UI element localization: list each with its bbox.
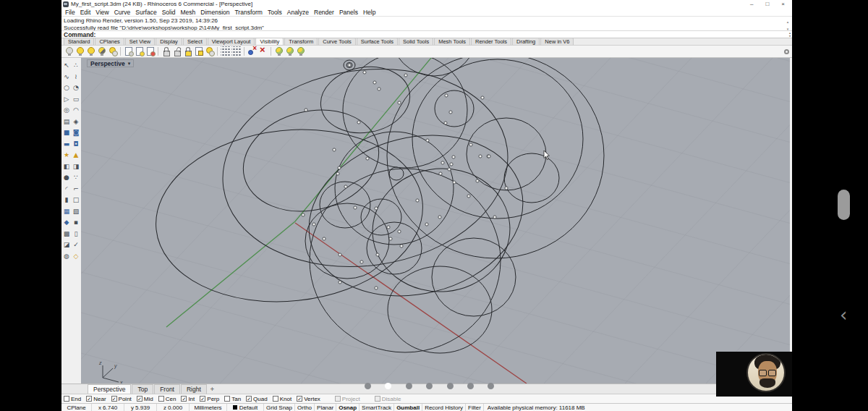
show-rendermesh-all-icon[interactable] [296, 46, 305, 56]
carousel-dot[interactable] [467, 383, 474, 389]
osnap-toggle[interactable]: Tan [224, 396, 241, 402]
checkbox[interactable] [335, 396, 341, 402]
hide-in-detail-icon[interactable] [124, 46, 133, 56]
osnap-toggle[interactable]: ✓ Int [181, 396, 195, 402]
text-icon[interactable]: ▮ [62, 195, 72, 206]
circle-icon[interactable]: ○ [62, 82, 72, 94]
hide-in-detail-red-icon[interactable] [145, 46, 155, 56]
arc-icon[interactable]: ◔ [72, 82, 81, 94]
boolean-icon[interactable]: ◪ [62, 240, 72, 251]
osnap-toggle[interactable]: ✓ Quad [246, 396, 268, 402]
viewport-tab[interactable]: Front [154, 384, 180, 394]
viewport-tab[interactable]: Top [132, 384, 153, 394]
toolbar-tab[interactable]: New in V6 [540, 38, 574, 45]
osnap-toggle[interactable]: Disable [375, 396, 401, 402]
extrude-icon[interactable]: ◧ [62, 161, 72, 173]
menu-item[interactable]: Surface [135, 9, 156, 16]
toolbar-tab[interactable]: Standard [64, 38, 94, 45]
show-objects-icon[interactable] [75, 46, 85, 56]
checkbox[interactable]: ✓ [86, 396, 92, 402]
toolbar-tab[interactable]: Set View [125, 38, 155, 45]
viewport-tab[interactable]: Perspective [88, 384, 131, 394]
shade-icon[interactable]: ◍ [62, 251, 72, 263]
curve-handles-icon[interactable]: ≀ [72, 72, 81, 83]
checkbox[interactable]: ✓ [297, 396, 302, 402]
surface-icon[interactable]: ▤ [62, 116, 72, 128]
toolbar-tab[interactable]: Transform [284, 38, 318, 45]
toolbar-tab[interactable]: Viewport Layout [208, 38, 255, 45]
point-icon[interactable]: ∴ [72, 60, 81, 72]
status-toggle[interactable]: Filter [466, 404, 484, 411]
show-point-cloud-icon[interactable] [231, 46, 241, 56]
osnap-toggle[interactable]: Knot [273, 396, 292, 402]
mesh2-icon[interactable]: ▧ [72, 206, 81, 218]
toolbar-separator[interactable] [120, 47, 121, 56]
lock-objects-icon[interactable] [161, 46, 171, 56]
viewport-menu-caret-icon[interactable]: ▾ [128, 61, 131, 67]
status-toggle[interactable]: Grid Snap [264, 404, 295, 411]
osnap-toggle[interactable]: ✓ Near [86, 396, 106, 402]
osnap-toggle[interactable]: Project [335, 396, 360, 402]
toolbar-separator[interactable] [158, 47, 158, 56]
ellipse-icon[interactable]: ◎ [62, 105, 72, 116]
checkbox[interactable] [158, 396, 164, 402]
explode-icon[interactable]: ★ [62, 150, 72, 161]
viewport-title[interactable]: Perspective ▾ [87, 59, 134, 67]
lock-in-detail-icon[interactable] [194, 46, 203, 56]
menu-item[interactable]: Solid [162, 9, 176, 16]
osnap-toggle[interactable]: ✓ Mid [137, 396, 153, 402]
toolbar-separator[interactable] [244, 47, 244, 56]
menu-item[interactable]: View [95, 9, 109, 16]
polysurface-icon[interactable]: ◆ [62, 217, 72, 229]
checkbox[interactable] [375, 396, 380, 402]
checkbox[interactable]: ✓ [200, 396, 205, 402]
command-spinner-icon[interactable]: ▴▾ [789, 31, 791, 38]
command-input[interactable]: Command: ▴▾ [61, 31, 792, 38]
show-rendermesh-icon[interactable] [274, 46, 284, 56]
toolbar-tab[interactable]: Display [156, 38, 182, 45]
viewport-canvas[interactable]: xyz [81, 58, 790, 384]
scrollbar-thumb[interactable] [838, 190, 850, 220]
solid-icon[interactable]: ◘ [72, 139, 81, 151]
osnap-toggle[interactable]: ✓ Point [111, 396, 132, 402]
checkbox[interactable]: ✓ [111, 396, 117, 402]
freeform-icon[interactable]: ◠ [72, 105, 81, 116]
edge-icon[interactable]: ▪ [72, 217, 81, 229]
osnap-toggle[interactable]: Cen [158, 396, 176, 402]
osnap-toggle[interactable]: ✓ Vertex [297, 396, 320, 402]
toolbar-tab[interactable]: Surface Tools [357, 38, 398, 45]
checkbox[interactable] [273, 396, 278, 402]
layer-button[interactable]: Default [227, 404, 264, 411]
toolbar-tab[interactable]: Render Tools [471, 38, 511, 45]
prev-slide-chevron-icon[interactable]: ‹ [840, 305, 847, 324]
viewport-tab[interactable]: Right [181, 384, 207, 394]
checkbox[interactable]: ✓ [137, 396, 142, 402]
history-scroll-up-icon[interactable]: ▴ [787, 18, 789, 25]
status-toggle[interactable]: Osnap [336, 404, 359, 411]
toolbar-tab[interactable]: CPlanes [95, 38, 124, 45]
restore-button[interactable]: □ [765, 0, 769, 8]
toolbar-tab[interactable]: Mesh Tools [434, 38, 470, 45]
mesh-icon[interactable]: ▦ [62, 206, 72, 218]
box-icon[interactable]: ■ [62, 127, 72, 139]
status-toggle[interactable]: Planar [315, 404, 336, 411]
osnap-toggle[interactable]: End [64, 396, 81, 402]
menu-item[interactable]: Dimension [200, 9, 229, 16]
menu-item[interactable]: Analyze [287, 9, 309, 16]
unlock-objects-icon[interactable] [172, 46, 182, 56]
check-icon[interactable]: ✓ [72, 240, 81, 251]
command-history[interactable]: Loading Rhino Render, version 1.50, Sep … [61, 16, 792, 31]
carousel-dot[interactable] [406, 383, 412, 389]
show-rendermesh-selected-icon[interactable] [285, 46, 294, 56]
sphere-icon[interactable]: ◙ [72, 127, 81, 139]
swap-locked-icon[interactable] [205, 46, 214, 56]
layout-icon[interactable]: □ [72, 195, 81, 206]
history-scroll-down-icon[interactable]: ▾ [787, 25, 789, 31]
surface-corner-icon[interactable]: ◈ [72, 116, 81, 128]
menu-item[interactable]: File [65, 9, 75, 16]
toolbar-tab[interactable]: Curve Tools [318, 38, 355, 45]
menu-item[interactable]: Edit [80, 9, 91, 16]
show-points-icon[interactable] [221, 46, 230, 56]
toolbar-tab[interactable]: Solid Tools [399, 38, 433, 45]
dimension-icon[interactable]: ⌐ [72, 184, 81, 195]
